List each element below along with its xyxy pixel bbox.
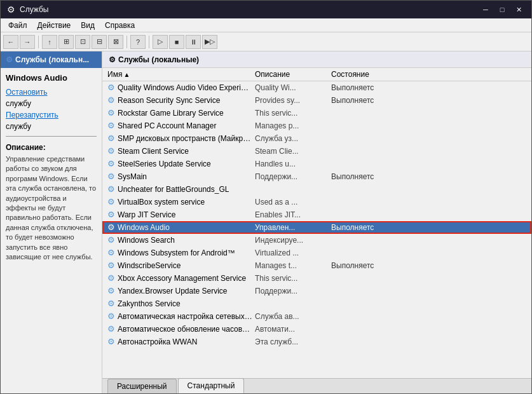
service-name: Reason Security Sync Service bbox=[118, 96, 255, 105]
service-name: Yandex.Browser Update Service bbox=[118, 287, 255, 296]
service-status: Выполняетс bbox=[331, 223, 395, 232]
service-name: Steam Client Service bbox=[118, 147, 255, 156]
toolbar-sep-3 bbox=[149, 36, 149, 48]
service-description: Handles u... bbox=[255, 160, 331, 168]
table-row[interactable]: ⚙Автоматическая настройка сетевых устрой… bbox=[102, 310, 531, 323]
service-description: This servic... bbox=[255, 109, 331, 118]
menu-file[interactable]: Файл bbox=[3, 20, 32, 31]
service-name: WindscribeService bbox=[118, 261, 255, 270]
service-icon: ⚙ bbox=[105, 235, 118, 245]
menu-bar: Файл Действие Вид Справка bbox=[1, 18, 531, 32]
table-row[interactable]: ⚙SMP дисковых пространств (Майкрософт)Сл… bbox=[102, 132, 531, 145]
service-description: Virtualized ... bbox=[255, 248, 331, 257]
minimize-button[interactable]: ─ bbox=[478, 4, 493, 15]
table-row[interactable]: ⚙SteelSeries Update ServiceHandles u... bbox=[102, 158, 531, 170]
column-name-header[interactable]: Имя ▲ bbox=[102, 70, 255, 79]
service-icon: ⚙ bbox=[105, 146, 118, 156]
toolbar-btn1[interactable]: ⊞ bbox=[58, 35, 74, 49]
toolbar-sep-2 bbox=[126, 36, 127, 48]
left-panel-header: ⚙ Службы (локальн... bbox=[1, 51, 102, 68]
table-row[interactable]: ⚙Zakynthos Service bbox=[102, 297, 531, 310]
window-controls: ─ □ ✕ bbox=[478, 4, 526, 15]
toolbar-help[interactable]: ? bbox=[130, 35, 146, 49]
service-icon: ⚙ bbox=[105, 95, 118, 105]
service-description: Автомати... bbox=[255, 325, 331, 334]
gear-icon-right: ⚙ bbox=[109, 55, 116, 64]
toolbar-btn3[interactable]: ⊟ bbox=[92, 35, 107, 49]
service-description: Эта служб... bbox=[255, 337, 331, 346]
service-description: Provides sy... bbox=[255, 96, 331, 105]
table-row[interactable]: ⚙Rockstar Game Library ServiceThis servi… bbox=[102, 107, 531, 119]
service-name: Автонастройка WWAN bbox=[118, 337, 255, 346]
menu-view[interactable]: Вид bbox=[76, 20, 100, 31]
toolbar-pause[interactable]: ⏸ bbox=[186, 35, 201, 49]
toolbar-play[interactable]: ▷ bbox=[153, 35, 168, 49]
toolbar-forward[interactable]: → bbox=[20, 35, 35, 49]
table-row[interactable]: ⚙Xbox Accessory Management ServiceThis s… bbox=[102, 272, 531, 285]
toolbar-up[interactable]: ↑ bbox=[42, 35, 57, 49]
table-row[interactable]: ⚙WindscribeServiceManages t...Выполняетс bbox=[102, 259, 531, 272]
service-name: Zakynthos Service bbox=[118, 299, 255, 308]
toolbar-sep-1 bbox=[38, 36, 39, 48]
selected-service-name: Windows Audio bbox=[6, 73, 97, 83]
gear-icon: ⚙ bbox=[6, 55, 13, 64]
menu-help[interactable]: Справка bbox=[100, 20, 140, 31]
table-row[interactable]: ⚙Uncheater for BattleGrounds_GL bbox=[102, 183, 531, 196]
services-table[interactable]: ⚙Quality Windows Audio Video ExperienceQ… bbox=[102, 81, 531, 378]
tab-расширенный[interactable]: Расширенный bbox=[107, 379, 177, 393]
menu-action[interactable]: Действие bbox=[32, 20, 76, 31]
table-row[interactable]: ⚙Windows Subsystem for Android™Virtualiz… bbox=[102, 247, 531, 259]
maximize-button[interactable]: □ bbox=[494, 4, 510, 15]
table-row[interactable]: ⚙Quality Windows Audio Video ExperienceQ… bbox=[102, 81, 531, 94]
service-description: This servic... bbox=[255, 274, 331, 283]
service-name: VirtualBox system service bbox=[118, 198, 255, 207]
table-row[interactable]: ⚙Steam Client ServiceSteam Clie... bbox=[102, 145, 531, 158]
table-row[interactable]: ⚙Shared PC Account ManagerManages p... bbox=[102, 119, 531, 132]
service-icon: ⚙ bbox=[105, 133, 118, 143]
toolbar-back[interactable]: ← bbox=[3, 35, 18, 49]
service-name: Warp JIT Service bbox=[118, 210, 255, 219]
service-icon: ⚙ bbox=[105, 311, 118, 321]
toolbar-btn2[interactable]: ⊡ bbox=[75, 35, 90, 49]
table-row[interactable]: ⚙Windows AudioУправлен...Выполняетс bbox=[102, 221, 531, 234]
tabs-bar: РасширенныйСтандартный bbox=[102, 378, 531, 393]
table-row[interactable]: ⚙Yandex.Browser Update ServiceПоддержи..… bbox=[102, 285, 531, 297]
close-button[interactable]: ✕ bbox=[511, 4, 526, 15]
service-description: Поддержи... bbox=[255, 172, 331, 181]
service-icon: ⚙ bbox=[105, 184, 118, 194]
service-status: Выполняетс bbox=[331, 261, 395, 270]
service-icon: ⚙ bbox=[105, 172, 118, 181]
table-row[interactable]: ⚙SysMainПоддержи...Выполняетс bbox=[102, 170, 531, 183]
table-row[interactable]: ⚙Windows SearchИндексируе... bbox=[102, 234, 531, 247]
main-content: ⚙ Службы (локальн... Windows Audio Остан… bbox=[1, 51, 531, 393]
service-icon: ⚙ bbox=[105, 299, 118, 308]
service-description: Служба ав... bbox=[255, 312, 331, 321]
toolbar-restart[interactable]: ▶▷ bbox=[202, 35, 217, 49]
toolbar-btn4[interactable]: ⊠ bbox=[108, 35, 123, 49]
stop-service-link[interactable]: Остановить bbox=[6, 88, 97, 97]
restart-service-link[interactable]: Перезапустить bbox=[6, 111, 97, 119]
toolbar: ← → ↑ ⊞ ⊡ ⊟ ⊠ ? ▷ ■ ⏸ ▶▷ bbox=[1, 32, 531, 51]
service-icon: ⚙ bbox=[105, 210, 118, 219]
tab-стандартный[interactable]: Стандартный bbox=[178, 378, 245, 393]
service-description: Steam Clie... bbox=[255, 147, 331, 156]
table-row[interactable]: ⚙VirtualBox system serviceUsed as a ... bbox=[102, 196, 531, 208]
table-row[interactable]: ⚙Warp JIT ServiceEnables JIT... bbox=[102, 208, 531, 221]
service-name: Rockstar Game Library Service bbox=[118, 109, 255, 118]
table-row[interactable]: ⚙Reason Security Sync ServiceProvides sy… bbox=[102, 94, 531, 107]
service-description: Used as a ... bbox=[255, 198, 331, 207]
column-status-header[interactable]: Состояние bbox=[331, 70, 395, 79]
description-text: Управление средствами работы со звуком д… bbox=[6, 154, 97, 262]
description-label: Описание: bbox=[6, 143, 97, 152]
toolbar-stop[interactable]: ■ bbox=[169, 35, 184, 49]
service-icon: ⚙ bbox=[105, 121, 118, 130]
service-name: SysMain bbox=[118, 172, 255, 181]
service-name: SteelSeries Update Service bbox=[118, 160, 255, 168]
service-icon: ⚙ bbox=[105, 261, 118, 270]
table-row[interactable]: ⚙Автонастройка WWANЭта служб... bbox=[102, 336, 531, 348]
column-desc-header[interactable]: Описание bbox=[255, 70, 331, 79]
service-status: Выполняетс bbox=[331, 172, 395, 181]
divider bbox=[6, 136, 97, 137]
table-row[interactable]: ⚙Автоматическое обновление часового пояс… bbox=[102, 323, 531, 336]
service-icon: ⚙ bbox=[105, 337, 118, 346]
